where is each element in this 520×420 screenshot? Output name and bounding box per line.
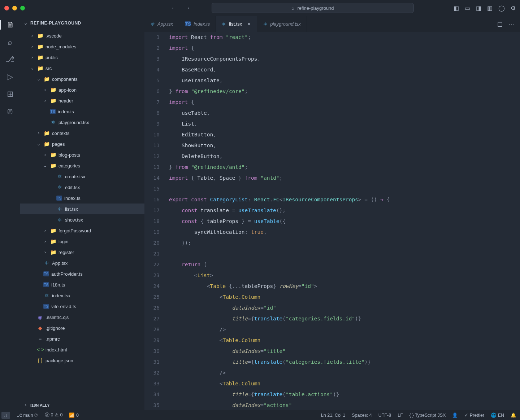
tree-item[interactable]: ›📁blog-posts (20, 149, 144, 160)
layout-sidebar-left-icon[interactable]: ◧ (454, 5, 459, 12)
gear-icon[interactable]: ⚙ (511, 5, 516, 12)
minimize-window[interactable] (12, 6, 17, 10)
html-icon: < > (37, 347, 43, 353)
tab[interactable]: ⚛list.tsx✕ (216, 16, 257, 32)
tree-item-label: forgotPassword (58, 228, 91, 233)
tree-item[interactable]: ›📁register (20, 247, 144, 258)
tree-item-label: header (58, 98, 73, 104)
tree-item[interactable]: ≡.npmrc (20, 333, 144, 344)
tree-item[interactable]: < >index.html (20, 344, 144, 355)
folder-icon: 📁 (50, 98, 56, 104)
command-center[interactable]: ⌕ refine-playground (212, 3, 414, 13)
tree-item[interactable]: ⌄📁src (20, 63, 144, 74)
tree-item[interactable]: ◉.eslintrc.cjs (20, 312, 144, 323)
tree-item[interactable]: ⚛show.tsx (20, 214, 144, 225)
tree-item[interactable]: ⚛index.tsx (20, 290, 144, 301)
account-icon[interactable]: ◯ (498, 5, 505, 12)
tree-item[interactable]: ⚛playground.tsx (20, 117, 144, 128)
close-window[interactable] (4, 6, 9, 10)
tree-item[interactable]: ⚛list.tsx (20, 204, 144, 214)
tree-item[interactable]: TSindex.ts (20, 193, 144, 204)
tree-item[interactable]: ◆.gitignore (20, 323, 144, 333)
window-controls (4, 6, 25, 10)
tree-item-label: i18n.ts (51, 282, 65, 288)
editor[interactable]: 1234567891011121314151617181920212223242… (144, 32, 520, 410)
language-mode[interactable]: { } TypeScript JSX (410, 413, 446, 418)
locale[interactable]: 🌐 EN (491, 412, 504, 418)
chevron-right-icon: › (23, 403, 28, 408)
close-icon[interactable]: ✕ (247, 21, 251, 27)
tree-item-label: .gitignore (46, 325, 65, 331)
tab[interactable]: ⚛playground.tsx (257, 16, 307, 32)
folder-icon: 📁 (37, 65, 43, 71)
tree-item[interactable]: { }package.json (20, 355, 144, 366)
tree-item-label: src (46, 66, 52, 71)
more-actions-icon[interactable]: ⋯ (508, 21, 514, 27)
eol[interactable]: LF (398, 413, 403, 418)
copilot-icon[interactable]: 👤 (452, 412, 458, 418)
tree-item[interactable]: ›📁node_modules (20, 41, 144, 52)
folder-icon: 📁 (50, 87, 56, 93)
nav-back-icon[interactable]: ← (171, 4, 177, 12)
extensions-icon[interactable]: ⊞ (7, 89, 13, 99)
tree-item[interactable]: ⚛create.tsx (20, 171, 144, 182)
encoding[interactable]: UTF-8 (378, 413, 391, 418)
source-control-icon[interactable]: ⎇ (5, 55, 14, 64)
tree-item[interactable]: ⌄📁components (20, 74, 144, 84)
chevron-down-icon: ⌄ (36, 141, 41, 146)
remote-indicator[interactable]: ⎍ (1, 412, 10, 419)
indent[interactable]: Spaces: 4 (352, 413, 372, 418)
tree-item[interactable]: ⌄📁pages (20, 139, 144, 149)
tab[interactable]: ⚛App.tsx (144, 16, 179, 32)
layout-customize-icon[interactable]: ▥ (487, 5, 493, 12)
prettier[interactable]: ✓ Prettier (464, 412, 484, 418)
tree-item[interactable]: ›📁login (20, 236, 144, 247)
tree-item[interactable]: ›📁header (20, 95, 144, 106)
sidebar-header[interactable]: ⌄ REFINE-PLAYGROUND (20, 16, 144, 30)
tree-item-label: index.tsx (52, 293, 70, 298)
tree-item[interactable]: TSindex.ts (20, 106, 144, 117)
problems[interactable]: ⓧ 0 ⚠ 0 (45, 412, 62, 418)
tree-item[interactable]: ⚛edit.tsx (20, 182, 144, 193)
run-debug-icon[interactable]: ▷ (7, 72, 13, 82)
code-content[interactable]: import React from "react";import { IReso… (166, 32, 520, 410)
tree-item[interactable]: ›📁forgotPassword (20, 225, 144, 236)
folder-icon: 📁 (50, 163, 56, 169)
layout-sidebar-right-icon[interactable]: ◨ (476, 5, 481, 12)
tree-item-label: create.tsx (65, 174, 85, 179)
maximize-window[interactable] (20, 6, 25, 10)
nav-forward-icon[interactable]: → (184, 4, 190, 12)
ts-icon: TS (185, 21, 191, 26)
tree-item[interactable]: ›📁contexts (20, 128, 144, 139)
tree-item[interactable]: ›📁public (20, 52, 144, 63)
tree-item[interactable]: TSauthProvider.ts (20, 268, 144, 279)
tree-item[interactable]: ›📁app-icon (20, 84, 144, 95)
react-icon: ⚛ (222, 21, 226, 27)
tree-item[interactable]: TSvite-env.d.ts (20, 301, 144, 312)
folder-icon: 📁 (37, 33, 43, 39)
explorer-icon[interactable]: 🗎 (0, 20, 20, 30)
tree-item-label: pages (52, 141, 65, 147)
chevron-down-icon: ⌄ (36, 76, 41, 82)
cursor-position[interactable]: Ln 21, Col 1 (321, 413, 345, 418)
tab-bar-actions: ◫ ⋯ (491, 16, 520, 32)
layout-panel-icon[interactable]: ▭ (465, 5, 470, 12)
tab[interactable]: TSindex.ts (179, 16, 216, 32)
git-branch[interactable]: ⎇ main ⟳ (17, 412, 38, 418)
tree-item[interactable]: ⚛App.tsx (20, 258, 144, 268)
search-activity-icon[interactable]: ⌕ (8, 38, 12, 47)
ports[interactable]: 📶 0 (69, 412, 78, 418)
tree-item[interactable]: ⌄📁categories (20, 160, 144, 171)
notifications-icon[interactable]: 🔔 (511, 412, 516, 418)
ts-icon: TS (43, 271, 49, 276)
tree-item[interactable]: TSi18n.ts (20, 279, 144, 290)
sidebar-bottom-section[interactable]: › I18N ALLY (20, 400, 144, 410)
remote-explorer-icon[interactable]: ⎚ (8, 107, 12, 116)
react-icon: ⚛ (150, 21, 155, 27)
title-right: ◧ ▭ ◨ ▥ ◯ ⚙ (454, 5, 516, 12)
file-tree[interactable]: ›📁.vscode›📁node_modules›📁public⌄📁src⌄📁co… (20, 30, 144, 400)
tree-item[interactable]: ›📁.vscode (20, 30, 144, 41)
tree-item-label: index.html (46, 347, 67, 353)
split-editor-icon[interactable]: ◫ (497, 21, 503, 27)
tree-item-label: public (46, 55, 58, 60)
